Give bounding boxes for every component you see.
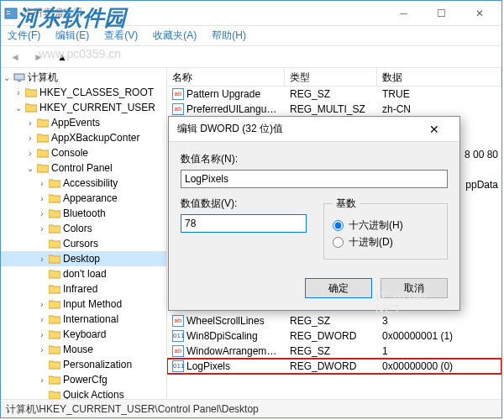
radio-dec[interactable]: 十进制(D) [333,235,438,249]
tree-item[interactable]: ›HKEY_CLASSES_ROOT [1,85,166,100]
tree-item[interactable]: ›AppEvents [1,115,166,130]
string-icon: ab [172,315,184,327]
value-name-input[interactable] [181,170,448,188]
value-name-label: 数值名称(N): [181,152,448,166]
list-row[interactable]: abPreferredUILangua...REG_MULTI_SZzh-CN [167,102,501,117]
tree-item[interactable]: Cursors [1,236,166,251]
maximize-button[interactable]: ☐ [423,2,460,25]
expand-icon[interactable]: › [36,209,48,218]
list-row[interactable]: 011Win8DpiScalingREG_DWORD0x00000001 (1) [167,328,501,344]
tree-label: Bluetooth [61,207,106,219]
svg-rect-3 [14,74,24,80]
folder-icon [36,162,50,174]
list-row[interactable]: 011LogPixelsREG_DWORD0x00000000 (0) [167,359,501,374]
string-icon: ab [172,345,184,357]
radio-hex-input[interactable] [333,220,344,231]
menu-help[interactable]: 帮助(H) [212,29,246,43]
close-button[interactable]: ✕ [460,2,498,25]
expand-icon[interactable]: › [13,88,24,97]
tree-item[interactable]: ›Input Method [1,297,166,312]
col-data[interactable]: 数据 [377,68,501,86]
expand-icon[interactable]: › [36,179,48,188]
value-data-label: 数值数据(V): [181,197,307,211]
tree-label: Input Method [61,298,122,310]
radio-dec-input[interactable] [333,237,344,248]
expand-icon[interactable]: › [36,300,48,309]
folder-icon [36,117,50,129]
tree-panel[interactable]: ⌄计算机›HKEY_CLASSES_ROOT⌄HKEY_CURRENT_USER… [1,68,167,399]
expand-icon[interactable]: › [36,224,48,234]
folder-icon [24,87,38,98]
folder-icon [48,389,61,399]
expand-icon[interactable]: › [36,345,48,354]
expand-icon[interactable]: › [36,330,48,339]
tree-item[interactable]: ›AppXBackupConter [1,130,166,145]
value-data-input[interactable] [181,214,307,233]
svg-rect-1 [7,11,10,12]
list-row[interactable]: abWheelScrollLinesREG_SZ3 [167,313,501,328]
expand-icon[interactable]: › [36,375,48,385]
folder-icon [48,344,61,355]
expand-icon[interactable]: › [24,118,36,128]
expand-icon[interactable]: › [24,134,36,143]
string-icon: ab [172,103,184,115]
folder-icon [48,177,61,189]
tree-item[interactable]: Personalization [1,357,166,372]
expand-icon[interactable]: ⌄ [13,103,24,113]
tree-item[interactable]: ›Console [1,145,166,160]
list-row[interactable]: abWindowArrangeme...REG_SZ1 [167,344,501,359]
folder-icon [36,147,50,159]
svg-rect-4 [18,81,21,81]
tree-item[interactable]: ⌄Control Panel [1,160,166,176]
back-button[interactable]: ◄ [6,48,24,66]
tree-label: Console [50,147,88,159]
tree-label: Colors [61,223,92,234]
tree-label: Accessibility [61,177,118,189]
folder-icon [24,102,38,113]
base-fieldset: 基数 十六进制(H) 十进制(D) [323,197,448,260]
tree-item[interactable]: ›PowerCfg [1,372,166,387]
folder-icon [48,192,61,204]
expand-icon[interactable]: › [24,149,36,158]
minimize-button[interactable]: ─ [385,2,423,25]
tree-item[interactable]: Infrared [1,281,166,297]
svg-rect-2 [7,13,10,14]
tree-label: HKEY_CLASSES_ROOT [38,87,154,98]
tree-item[interactable]: ›Desktop [1,251,166,266]
tree-item[interactable]: ›Bluetooth [1,206,166,221]
tree-label: 计算机 [26,71,58,85]
tree-item[interactable]: Quick Actions [1,387,166,399]
tree-item[interactable]: ›Appearance [1,191,166,206]
tree-item[interactable]: ›Mouse [1,342,166,357]
tree-label: Cursors [61,238,98,249]
radio-hex[interactable]: 十六进制(H) [333,218,438,233]
expand-icon[interactable]: › [36,255,48,264]
tree-item[interactable]: ›Colors [1,221,166,236]
tree-label: PowerCfg [61,374,108,386]
folder-icon [48,253,61,265]
tree-item[interactable]: ›International [1,312,166,327]
watermark-ithome: IT HOME . NET [375,290,459,315]
ok-button[interactable]: 确定 [305,278,372,298]
statusbar: 计算机\HKEY_CURRENT_USER\Control Panel\Desk… [1,399,501,417]
tree-label: Keyboard [61,328,106,340]
dialog-close-button[interactable]: ✕ [417,118,451,141]
list-row[interactable]: abPattern UpgradeREG_SZTRUE [167,87,501,102]
tree-item[interactable]: ›Accessibility [1,176,166,191]
tree-item[interactable]: don't load [1,266,166,281]
folder-icon [48,223,61,234]
col-type[interactable]: 类型 [285,68,377,86]
tree-item[interactable]: ⌄HKEY_CURRENT_USER [1,100,166,115]
menu-favorites[interactable]: 收藏夹(A) [153,29,197,43]
expand-icon[interactable]: ⌄ [24,164,36,173]
tree-item[interactable]: ⌄计算机 [1,70,166,85]
tree-label: Infrared [61,283,97,295]
expand-icon[interactable]: ⌄ [1,73,13,82]
col-name[interactable]: 名称 [167,68,285,86]
tree-label: don't load [61,268,107,280]
tree-item[interactable]: ›Keyboard [1,327,166,342]
expand-icon[interactable]: › [36,194,48,203]
tree-label: HKEY_CURRENT_USER [38,102,155,113]
expand-icon[interactable]: › [36,315,48,324]
tree-label: Quick Actions [61,389,124,399]
